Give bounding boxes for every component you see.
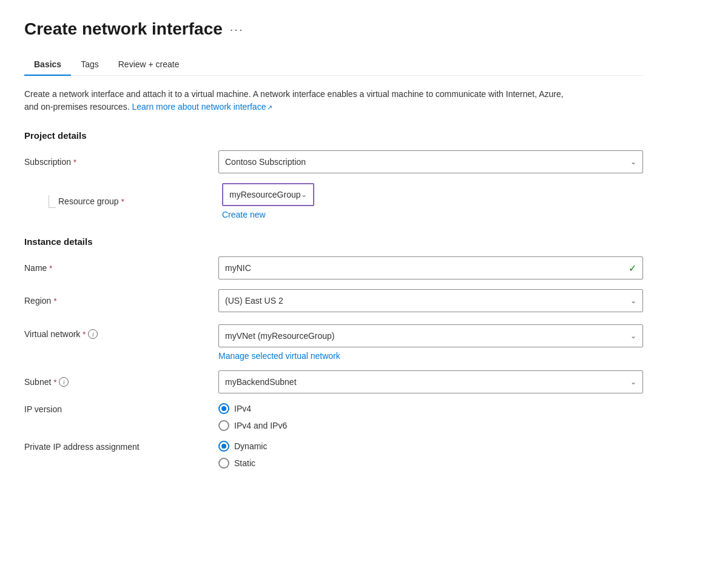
private-ip-row: Private IP address assignment Dynamic — [24, 441, 643, 469]
subnet-dropdown[interactable]: myBackendSubnet ⌄ — [218, 370, 643, 393]
ip-version-ipv4-radio-inner — [221, 406, 226, 411]
private-ip-radio-group: Dynamic Static — [218, 441, 643, 469]
virtual-network-dropdown[interactable]: myVNet (myResourceGroup) ⌄ — [218, 324, 643, 347]
project-details-heading: Project details — [24, 130, 643, 141]
region-value: (US) East US 2 — [225, 296, 283, 306]
name-required: * — [49, 264, 52, 273]
resource-group-required: * — [121, 197, 124, 206]
name-value: myNIC — [225, 263, 251, 273]
private-ip-dynamic-radio[interactable] — [218, 441, 229, 452]
virtual-network-control: myVNet (myResourceGroup) ⌄ Manage select… — [218, 324, 643, 361]
ip-version-ipv4ipv6-radio[interactable] — [218, 420, 229, 431]
tab-review-create[interactable]: Review + create — [109, 53, 189, 75]
region-row: Region * (US) East US 2 ⌄ — [24, 289, 643, 312]
private-ip-dynamic-radio-inner — [221, 444, 226, 449]
region-control: (US) East US 2 ⌄ — [218, 289, 643, 312]
ip-version-ipv4ipv6-option[interactable]: IPv4 and IPv6 — [218, 420, 643, 431]
tab-basics[interactable]: Basics — [24, 53, 71, 75]
external-link-icon: ↗ — [267, 104, 272, 111]
virtual-network-required: * — [83, 330, 86, 339]
ip-version-ipv4-radio[interactable] — [218, 403, 229, 414]
subscription-control: Contoso Subscription ⌄ — [218, 150, 643, 173]
instance-details-heading: Instance details — [24, 236, 643, 247]
name-control: myNIC ✓ — [218, 256, 643, 279]
resource-group-value: myResourceGroup — [229, 190, 301, 199]
private-ip-static-option[interactable]: Static — [218, 458, 643, 469]
subnet-required: * — [53, 378, 56, 387]
resource-group-row: Resource group * myResourceGroup ⌄ Creat… — [24, 183, 643, 219]
subnet-chevron-icon: ⌄ — [630, 378, 636, 386]
subscription-dropdown[interactable]: Contoso Subscription ⌄ — [218, 150, 643, 173]
subnet-label: Subnet * i — [24, 377, 218, 387]
private-ip-dynamic-option[interactable]: Dynamic — [218, 441, 643, 452]
subnet-control: myBackendSubnet ⌄ — [218, 370, 643, 393]
region-chevron-icon: ⌄ — [630, 296, 636, 305]
subscription-value: Contoso Subscription — [225, 157, 306, 167]
subscription-label: Subscription * — [24, 157, 218, 167]
instance-details-section: Instance details Name * myNIC ✓ Region * — [24, 236, 643, 469]
subnet-row: Subnet * i myBackendSubnet ⌄ — [24, 370, 643, 393]
subscription-chevron-icon: ⌄ — [630, 158, 636, 166]
subscription-required: * — [73, 158, 76, 167]
virtual-network-value: myVNet (myResourceGroup) — [225, 331, 335, 341]
resource-group-label: Resource group * — [58, 196, 222, 206]
tab-tags[interactable]: Tags — [71, 53, 109, 75]
virtual-network-info-icon[interactable]: i — [88, 329, 98, 339]
resource-group-control: myResourceGroup ⌄ Create new — [222, 183, 314, 219]
ip-version-ipv4ipv6-label: IPv4 and IPv6 — [234, 421, 287, 430]
manage-virtual-network-link[interactable]: Manage selected virtual network — [218, 351, 340, 361]
page-description: Create a network interface and attach it… — [24, 88, 570, 113]
region-dropdown[interactable]: (US) East US 2 ⌄ — [218, 289, 643, 312]
private-ip-label: Private IP address assignment — [24, 441, 218, 452]
private-ip-static-radio[interactable] — [218, 458, 229, 469]
ip-version-control: IPv4 IPv4 and IPv6 — [218, 403, 643, 431]
more-options-button[interactable]: ··· — [230, 22, 244, 36]
name-label: Name * — [24, 263, 218, 273]
subnet-info-icon[interactable]: i — [59, 377, 69, 387]
private-ip-control: Dynamic Static — [218, 441, 643, 469]
virtual-network-row: Virtual network * i myVNet (myResourceGr… — [24, 322, 643, 361]
learn-more-link[interactable]: Learn more about network interface↗ — [132, 102, 272, 112]
name-row: Name * myNIC ✓ — [24, 256, 643, 279]
ip-version-ipv4-label: IPv4 — [234, 404, 251, 413]
subnet-value: myBackendSubnet — [225, 377, 297, 387]
region-label: Region * — [24, 296, 218, 306]
ip-version-label: IP version — [24, 403, 218, 414]
private-ip-static-label: Static — [234, 458, 255, 468]
subscription-row: Subscription * Contoso Subscription ⌄ — [24, 150, 643, 173]
virtual-network-chevron-icon: ⌄ — [630, 332, 636, 340]
project-details-section: Project details Subscription * Contoso S… — [24, 130, 643, 219]
private-ip-dynamic-label: Dynamic — [234, 441, 267, 451]
create-new-link[interactable]: Create new — [222, 210, 266, 219]
page-title: Create network interface — [24, 19, 223, 39]
tab-bar: Basics Tags Review + create — [24, 53, 643, 76]
resource-group-dropdown[interactable]: myResourceGroup ⌄ — [222, 183, 314, 206]
ip-version-ipv4-option[interactable]: IPv4 — [218, 403, 643, 414]
ip-version-row: IP version IPv4 IPv4 and IPv6 — [24, 403, 643, 431]
name-check-icon: ✓ — [629, 262, 636, 274]
name-dropdown[interactable]: myNIC ✓ — [218, 256, 643, 279]
resource-group-chevron-icon: ⌄ — [301, 190, 307, 199]
ip-version-radio-group: IPv4 IPv4 and IPv6 — [218, 403, 643, 431]
virtual-network-label: Virtual network * i — [24, 324, 218, 339]
region-required: * — [53, 296, 56, 306]
